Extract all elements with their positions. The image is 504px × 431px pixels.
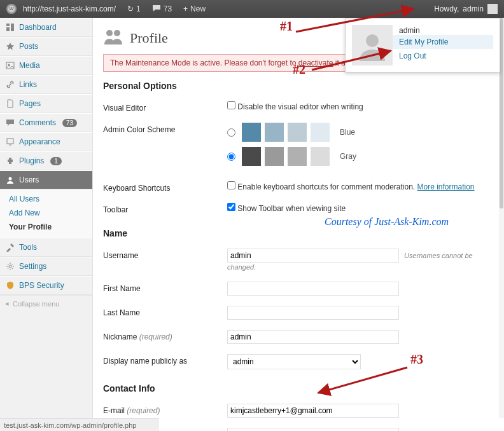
howdy-user: admin — [463, 4, 484, 13]
link-icon — [5, 79, 15, 90]
wp-logo-icon[interactable]: W — [6, 4, 17, 14]
label-toolbar: Toolbar — [103, 203, 227, 214]
users-icon — [5, 175, 15, 185]
dashboard-icon — [5, 22, 15, 32]
username-field[interactable] — [227, 249, 399, 263]
collapse-icon: ◂ — [5, 299, 9, 308]
new-label: New — [190, 4, 206, 13]
notice-text-pre: The Maintenance Mode is active. Please d… — [110, 58, 298, 67]
comment-icon — [5, 118, 15, 128]
svg-text:W: W — [10, 6, 14, 11]
row-nickname: Nickname (required) — [103, 325, 489, 349]
shield-icon — [5, 280, 15, 291]
submenu-all-users[interactable]: All Users — [0, 192, 92, 206]
swatch — [265, 147, 284, 166]
sidebar-item-bps[interactable]: BPS Security — [0, 276, 92, 295]
toolbar-checkbox[interactable] — [227, 203, 235, 211]
sidebar-item-settings[interactable]: Settings — [0, 257, 92, 276]
sidebar-item-users[interactable]: Users — [0, 170, 92, 189]
label-username: Username — [103, 249, 227, 260]
plugins-badge: 1 — [50, 157, 62, 165]
swatch — [288, 147, 307, 166]
comments-count: 73 — [164, 4, 172, 13]
display-name-select[interactable]: admin — [227, 354, 361, 369]
site-url[interactable]: http://test.just-ask-kim.com/ — [23, 4, 116, 13]
sidebar-item-posts[interactable]: Posts — [0, 37, 92, 56]
howdy-greeting[interactable]: Howdy, admin — [434, 4, 498, 14]
required-text: (required) — [139, 332, 172, 341]
sidebar-label: Dashboard — [19, 23, 57, 32]
toolbar-text: Show Toolbar when viewing site — [237, 204, 346, 213]
collapse-label: Collapse menu — [13, 300, 59, 308]
new-item[interactable]: + New — [183, 4, 206, 13]
admin-bar: W http://test.just-ask-kim.com/ ↻ 1 73 +… — [0, 0, 504, 18]
website-field[interactable] — [227, 428, 399, 431]
sidebar-item-comments[interactable]: Comments73 — [0, 113, 92, 132]
row-website: Website — [103, 423, 489, 431]
row-visual-editor: Visual Editor Disable the visual editor … — [103, 96, 489, 118]
deactivate-link[interactable]: deactivate — [298, 58, 333, 67]
sidebar-item-appearance[interactable]: Appearance — [0, 132, 92, 151]
collapse-menu[interactable]: ◂Collapse menu — [0, 295, 92, 311]
label-first-name: First Name — [103, 282, 227, 293]
tools-icon — [5, 242, 15, 252]
section-name: Name — [103, 228, 489, 238]
label-visual-editor: Visual Editor — [103, 101, 227, 113]
scrollbar[interactable] — [499, 18, 504, 418]
sidebar-item-links[interactable]: Links — [0, 75, 92, 94]
avatar-icon — [487, 4, 498, 14]
sidebar-label: Appearance — [19, 137, 60, 146]
label-kb: Keyboard Shortcuts — [103, 181, 227, 193]
gear-icon — [5, 261, 15, 271]
last-name-field[interactable] — [227, 306, 399, 320]
scheme-gray[interactable]: Gray — [227, 147, 489, 166]
sidebar-item-pages[interactable]: Pages — [0, 94, 92, 113]
kb-option[interactable]: Enable keyboard shortcuts for comment mo… — [227, 182, 415, 191]
label-display-name: Display name publicly as — [103, 354, 227, 366]
sidebar-label: Plugins — [19, 156, 44, 165]
sidebar-item-plugins[interactable]: Plugins1 — [0, 151, 92, 170]
sidebar-item-dashboard[interactable]: Dashboard — [0, 18, 92, 37]
plus-icon: + — [183, 4, 188, 13]
scheme-gray-label: Gray — [340, 152, 356, 161]
section-personal-options: Personal Options — [103, 81, 489, 91]
sidebar-label: Media — [19, 61, 40, 70]
section-contact: Contact Info — [103, 383, 489, 393]
sidebar-item-media[interactable]: Media — [0, 56, 92, 75]
toolbar-option[interactable]: Show Toolbar when viewing site — [227, 204, 346, 213]
svg-point-2 — [366, 34, 379, 47]
email-field[interactable] — [227, 404, 399, 418]
plugin-icon — [5, 156, 15, 166]
more-info-link[interactable]: More information — [417, 182, 475, 191]
sidebar-item-tools[interactable]: Tools — [0, 238, 92, 257]
label-text: E-mail — [103, 406, 125, 415]
sidebar-label: Tools — [19, 243, 37, 252]
svg-point-8 — [106, 30, 113, 36]
swatch — [265, 123, 284, 142]
sidebar-label: Settings — [19, 262, 46, 271]
kb-text: Enable keyboard shortcuts for comment mo… — [237, 182, 415, 191]
row-keyboard-shortcuts: Keyboard Shortcuts Enable keyboard short… — [103, 176, 489, 198]
submenu-your-profile[interactable]: Your Profile — [0, 220, 92, 234]
required-text: (required) — [127, 406, 160, 415]
submenu-add-new[interactable]: Add New — [0, 206, 92, 220]
first-name-field[interactable] — [227, 282, 399, 296]
scheme-blue[interactable]: Blue — [227, 123, 489, 142]
svg-rect-5 — [7, 139, 13, 144]
visual-editor-checkbox[interactable] — [227, 101, 235, 109]
nickname-field[interactable] — [227, 330, 399, 344]
comments-item[interactable]: 73 — [152, 4, 172, 14]
scheme-blue-radio[interactable] — [227, 128, 235, 137]
sidebar-label: Pages — [19, 99, 41, 108]
label-color-scheme: Admin Color Scheme — [103, 123, 227, 134]
comment-bubble-icon — [152, 4, 161, 14]
page-icon — [5, 99, 15, 109]
refresh-count: 1 — [136, 4, 141, 13]
refresh-item[interactable]: ↻ 1 — [127, 4, 141, 13]
kb-checkbox[interactable] — [227, 181, 235, 189]
scheme-gray-radio[interactable] — [227, 153, 235, 161]
swatch — [288, 123, 307, 142]
svg-point-7 — [9, 265, 11, 268]
visual-editor-option[interactable]: Disable the visual editor when writing — [227, 102, 363, 111]
sidebar-label: Comments — [19, 118, 56, 127]
